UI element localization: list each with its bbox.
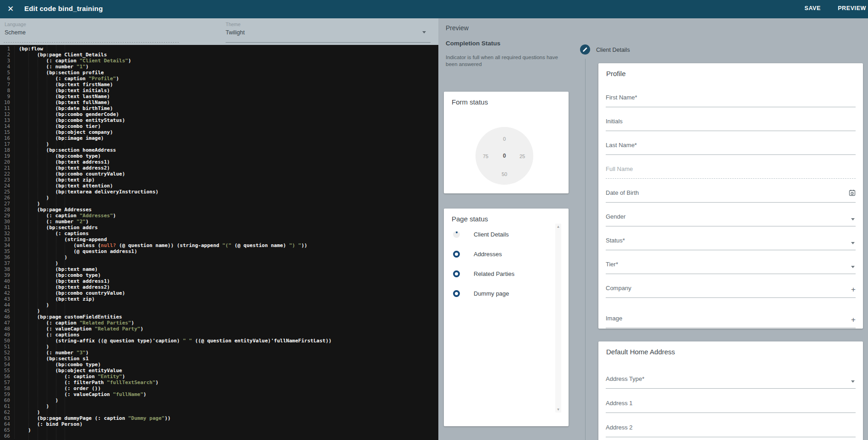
code-line[interactable]: 40 (bp:text address1) [0, 278, 438, 284]
code-line[interactable]: 32 (: captions [0, 231, 438, 236]
form-field[interactable]: Tier* [606, 250, 856, 274]
code-line[interactable]: 44 ) [0, 302, 438, 308]
code-line[interactable]: 57 (: filterPath "fullTextSearch") [0, 380, 438, 385]
code-line[interactable]: 39 (bp:combo type) [0, 272, 438, 278]
code-line[interactable]: 48 (: valueCaption "Related Party") [0, 326, 438, 332]
code-line[interactable]: 36 ) [0, 254, 438, 260]
code-line[interactable]: 22 (bp:combo countryValue) [0, 171, 438, 177]
code-line[interactable]: 11 (bp:date birthTime) [0, 105, 438, 111]
plus-icon[interactable]: + [851, 316, 856, 324]
edit-page-badge[interactable] [580, 44, 590, 55]
code-line[interactable]: 18 (bp:section homeAddress [0, 147, 438, 153]
code-line[interactable]: 61 ) [0, 403, 438, 409]
chevron-down-icon[interactable] [851, 242, 855, 244]
code-line[interactable]: 63 (bp:page dummyPage (: caption "Dummy … [0, 415, 438, 421]
code-line[interactable]: 56 (: caption "Entity") [0, 374, 438, 380]
page-progress-indicator[interactable] [453, 251, 460, 258]
code-line[interactable]: 51 ) [0, 344, 438, 350]
code-line[interactable]: 25 (bp:textarea deliveryInstructions) [0, 189, 438, 195]
code-line[interactable]: 53 (bp:section s1 [0, 356, 438, 362]
form-field[interactable]: Company+ [606, 274, 856, 298]
code-line[interactable]: 62 ) [0, 409, 438, 415]
page-progress-indicator[interactable] [453, 290, 460, 297]
code-line[interactable]: 4 (: number "1") [0, 64, 438, 70]
code-line[interactable]: 41 (bp:text address2) [0, 284, 438, 290]
page-status-item[interactable]: Dummy page [444, 287, 569, 307]
code-line[interactable]: 3 (: caption "Client Details") [0, 58, 438, 64]
page-status-item[interactable]: Related Parties [444, 267, 569, 287]
chevron-down-icon[interactable] [422, 31, 426, 33]
code-line[interactable]: 34 (unless (null? (@ question name)) (st… [0, 242, 438, 248]
code-line[interactable]: 28 (bp:page Addresses [0, 207, 438, 213]
code-line[interactable]: 19 (bp:combo type) [0, 153, 438, 159]
form-field[interactable]: Full Name [606, 155, 856, 179]
code-line[interactable]: 33 (string-append [0, 236, 438, 242]
code-line[interactable]: 52 (: number "3") [0, 350, 438, 356]
page-status-item[interactable]: Client Details [444, 228, 569, 248]
code-line[interactable]: 47 (: caption "Related Parties") [0, 320, 438, 326]
form-field[interactable]: Initials [606, 107, 856, 131]
form-field[interactable]: Address 2 [606, 413, 856, 437]
form-field[interactable]: First Name* [606, 83, 856, 107]
code-line[interactable]: 31 (bp:section addrs [0, 225, 438, 231]
code-line[interactable]: 2 (bp:page Client_Details [0, 52, 438, 58]
code-line[interactable]: 30 (: number "2") [0, 219, 438, 225]
theme-select[interactable]: Twilight [226, 29, 245, 36]
code-line[interactable]: 46 (bp:page customFieldEntities [0, 314, 438, 320]
form-field[interactable]: Address 1 [606, 389, 856, 413]
code-line[interactable]: 49 (: captions [0, 332, 438, 338]
code-line[interactable]: 8 (bp:text initials) [0, 88, 438, 94]
code-line[interactable]: 6 (: caption "Profile") [0, 76, 438, 82]
code-line[interactable]: 5 (bp:section profile [0, 70, 438, 76]
scrollbar[interactable]: ▲ ▼ [555, 224, 561, 412]
code-line[interactable]: 7 (bp:text firstName) [0, 82, 438, 88]
code-line[interactable]: 13 (bp:combo entityStatus) [0, 117, 438, 123]
code-line[interactable]: 20 (bp:text address1) [0, 159, 438, 165]
code-line[interactable]: 38 (bp:text name) [0, 266, 438, 272]
chevron-down-icon[interactable] [851, 266, 855, 268]
page-progress-indicator[interactable] [453, 231, 460, 238]
save-button[interactable]: SAVE [804, 5, 821, 11]
form-field[interactable]: Last Name* [606, 131, 856, 155]
code-line[interactable]: 24 (bp:text attention) [0, 183, 438, 189]
code-line[interactable]: 59 (: valueCaption "fullName") [0, 391, 438, 397]
code-line[interactable]: 15 (bp:object company) [0, 129, 438, 135]
code-line[interactable]: 12 (bp:combo genderCode) [0, 111, 438, 117]
form-field[interactable]: Status* [606, 226, 856, 250]
code-line[interactable]: 55 (bp:object entityValue [0, 368, 438, 374]
close-icon[interactable]: ✕ [6, 4, 16, 14]
form-field[interactable]: Gender [606, 203, 856, 226]
code-line[interactable]: 65 ) [0, 427, 438, 433]
code-line[interactable]: 58 (: order ()) [0, 385, 438, 391]
code-line[interactable]: 26 ) [0, 195, 438, 201]
code-line[interactable]: 64 (: bind Person) [0, 421, 438, 427]
code-line[interactable]: 66 [0, 433, 438, 439]
code-line[interactable]: 10 (bp:text fullName) [0, 99, 438, 105]
page-progress-indicator[interactable] [453, 270, 460, 277]
form-field[interactable]: Date of Birth [606, 179, 856, 203]
code-line[interactable]: 16 (bp:image image) [0, 135, 438, 141]
plus-icon[interactable]: + [851, 286, 856, 293]
code-editor[interactable]: 1(bp:flow2 (bp:page Client_Details3 (: c… [0, 45, 438, 440]
calendar-icon[interactable] [849, 189, 856, 198]
form-field[interactable]: Address Type* [606, 364, 856, 389]
code-line[interactable]: 35 (@ question address1) [0, 248, 438, 254]
code-line[interactable]: 50 (string-affix ((@ question type)'capt… [0, 338, 438, 344]
code-lines[interactable]: 1(bp:flow2 (bp:page Client_Details3 (: c… [0, 45, 438, 439]
code-line[interactable]: 21 (bp:text address2) [0, 165, 438, 171]
chevron-down-icon[interactable] [851, 380, 855, 383]
code-line[interactable]: 60 ) [0, 397, 438, 403]
scroll-up-icon[interactable]: ▲ [555, 225, 561, 229]
page-status-item[interactable]: Addresses [444, 248, 569, 267]
code-line[interactable]: 23 (bp:text zip) [0, 177, 438, 183]
code-line[interactable]: 37 ) [0, 260, 438, 266]
form-field[interactable]: Image+ [606, 304, 856, 328]
code-line[interactable]: 14 (bp:combo tier) [0, 123, 438, 129]
code-line[interactable]: 42 (bp:combo countryValue) [0, 290, 438, 296]
code-line[interactable]: 1(bp:flow [0, 46, 438, 52]
code-line[interactable]: 17 ) [0, 141, 438, 147]
chevron-down-icon[interactable] [851, 218, 855, 220]
code-line[interactable]: 29 (: caption "Addresses") [0, 213, 438, 219]
code-line[interactable]: 45 ) [0, 308, 438, 314]
scroll-down-icon[interactable]: ▼ [555, 407, 561, 412]
